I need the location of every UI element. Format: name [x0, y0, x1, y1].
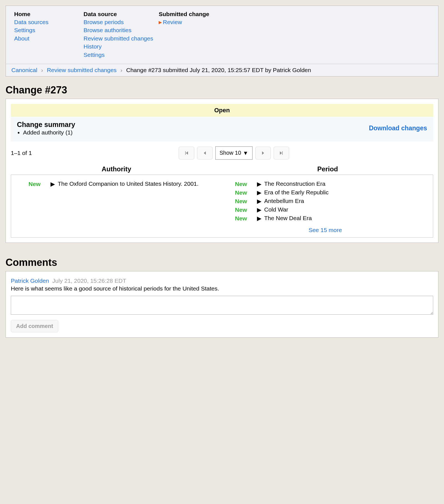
change-tag-new: New [222, 198, 247, 205]
nav-link-data-sources[interactable]: Data sources [14, 18, 78, 26]
nav-head-home: Home [14, 11, 78, 17]
period-row: New ▶ Antebellum Era [222, 198, 428, 205]
prev-icon [202, 151, 207, 156]
comment-author-link[interactable]: Patrick Golden [11, 278, 49, 284]
comment-input[interactable] [11, 296, 433, 315]
authority-row: New ▶ The Oxford Companion to United Sta… [16, 180, 222, 187]
nav-col-home: Home Data sources Settings About [14, 11, 78, 59]
nav-link-review[interactable]: Review [163, 19, 182, 25]
pager-last-button[interactable] [274, 147, 289, 159]
period-text: Era of the Early Republic [264, 189, 428, 196]
comments-title: Comments [6, 257, 438, 268]
see-more-row: See 15 more [222, 227, 428, 233]
breadcrumb-sep-2: › [120, 67, 122, 73]
change-tag-new: New [222, 215, 247, 222]
comment: Patrick Golden July 21, 2020, 15:26:28 E… [11, 276, 433, 292]
pager: 1–1 of 1 Show 10 ▼ [11, 146, 433, 160]
pager-first-button[interactable] [179, 147, 194, 159]
breadcrumb-canonical[interactable]: Canonical [11, 67, 37, 73]
comment-body: Here is what seems like a good source of… [11, 285, 433, 292]
diff-box: New ▶ The Oxford Companion to United Sta… [11, 175, 433, 238]
authority-text: The Oxford Companion to United States Hi… [58, 180, 222, 187]
caret-down-icon: ▼ [243, 150, 248, 156]
skip-last-icon [279, 151, 284, 156]
summary-row: Change summary Added authority (1) Downl… [11, 117, 433, 141]
period-text: Cold War [264, 206, 428, 213]
period-text: The New Deal Era [264, 215, 428, 222]
col-head-period: Period [222, 165, 433, 173]
breadcrumb-sep-1: › [41, 67, 43, 73]
pager-count: 1–1 of 1 [11, 150, 32, 156]
next-icon [261, 151, 266, 156]
disclosure-triangle-icon[interactable]: ▶ [257, 180, 261, 187]
disclosure-triangle-icon[interactable]: ▶ [257, 198, 261, 205]
download-changes-link[interactable]: Download changes [369, 124, 427, 132]
nav-col-submitted: Submitted change ▸Review [159, 11, 223, 59]
period-row: New ▶ Era of the Early Republic [222, 189, 428, 196]
nav-link-browse-periods[interactable]: Browse periods [84, 18, 153, 26]
col-head-authority: Authority [11, 165, 222, 173]
disclosure-triangle-icon[interactable]: ▶ [51, 180, 55, 187]
period-row: New ▶ The New Deal Era [222, 215, 428, 222]
pager-prev-button[interactable] [197, 147, 213, 159]
pager-next-button[interactable] [255, 147, 271, 159]
nav-link-settings-ds[interactable]: Settings [84, 51, 153, 59]
page-title: Change #273 [6, 84, 438, 96]
nav-link-settings-home[interactable]: Settings [14, 26, 78, 34]
add-comment-button[interactable]: Add comment [11, 320, 58, 332]
summary-block: Change summary Added authority (1) [17, 121, 75, 136]
nav-active-row: ▸Review [159, 18, 223, 26]
breadcrumb-current: Change #273 submitted July 21, 2020, 15:… [126, 67, 311, 73]
pager-select-label: Show 10 [220, 150, 241, 156]
comments-card: Patrick Golden July 21, 2020, 15:26:28 E… [6, 271, 438, 338]
active-marker-icon: ▸ [159, 19, 162, 25]
summary-list: Added authority (1) [17, 129, 75, 136]
authority-column: New ▶ The Oxford Companion to United Sta… [16, 179, 222, 233]
period-text: Antebellum Era [264, 198, 428, 204]
breadcrumb: Canonical › Review submitted changes › C… [6, 64, 438, 76]
period-row: New ▶ Cold War [222, 206, 428, 213]
nav-head-datasource: Data source [84, 11, 153, 17]
nav-columns: Home Data sources Settings About Data so… [6, 6, 438, 64]
see-more-link[interactable]: See 15 more [309, 227, 342, 233]
period-column: New ▶ The Reconstruction Era New ▶ Era o… [222, 179, 428, 233]
status-badge: Open [11, 104, 433, 117]
comment-date: July 21, 2020, 15:26:28 EDT [52, 278, 126, 284]
summary-title: Change summary [17, 121, 75, 129]
period-row: New ▶ The Reconstruction Era [222, 180, 428, 187]
nav-link-browse-authorities[interactable]: Browse authorities [84, 26, 153, 34]
change-tag-new: New [16, 180, 41, 187]
disclosure-triangle-icon[interactable]: ▶ [257, 189, 261, 196]
diff-columns-header: Authority Period [11, 165, 433, 173]
breadcrumb-review[interactable]: Review submitted changes [47, 67, 117, 73]
change-tag-new: New [222, 206, 247, 213]
nav-head-submitted: Submitted change [159, 11, 223, 17]
pager-page-size-select[interactable]: Show 10 ▼ [215, 146, 253, 160]
period-text: The Reconstruction Era [264, 180, 428, 187]
nav-col-datasource: Data source Browse periods Browse author… [84, 11, 153, 59]
change-tag-new: New [222, 189, 247, 196]
nav-panel: Home Data sources Settings About Data so… [6, 6, 438, 77]
disclosure-triangle-icon[interactable]: ▶ [257, 206, 261, 213]
nav-link-history[interactable]: History [84, 42, 153, 50]
disclosure-triangle-icon[interactable]: ▶ [257, 215, 261, 222]
nav-link-review-changes[interactable]: Review submitted changes [84, 34, 153, 42]
change-card: Open Change summary Added authority (1) … [6, 99, 438, 243]
summary-item: Added authority (1) [23, 129, 75, 136]
skip-first-icon [184, 151, 189, 156]
change-tag-new: New [222, 180, 247, 187]
nav-link-about[interactable]: About [14, 34, 78, 42]
